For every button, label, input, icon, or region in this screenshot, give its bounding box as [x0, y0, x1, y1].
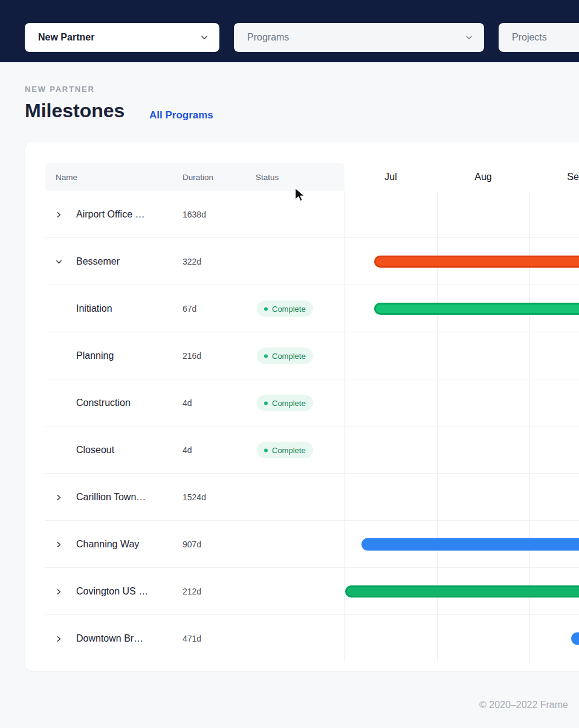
gantt-bar[interactable] — [345, 585, 579, 598]
table-row: Initiation67dComplete — [25, 285, 579, 332]
chevron-right-icon[interactable] — [53, 633, 65, 645]
status-badge: Complete — [257, 395, 313, 411]
row-name: Initiation — [76, 303, 112, 314]
row-duration: 67d — [183, 304, 196, 314]
row-name: Covington US … — [76, 586, 148, 597]
chevron-down-icon — [465, 33, 473, 42]
table-row: Carillion Town…1524d — [25, 474, 579, 521]
gantt-bar[interactable] — [361, 538, 579, 551]
row-duration: 1524d — [183, 492, 206, 502]
row-duration: 322d — [183, 257, 201, 266]
top-navigation-bar: New Partner Programs Projects — [0, 0, 579, 62]
status-dot-icon — [264, 354, 268, 358]
projects-dropdown-label: Projects — [512, 32, 547, 43]
page-title: Milestones — [25, 100, 125, 122]
row-name: Planning — [76, 350, 114, 361]
row-duration: 1638d — [183, 210, 206, 219]
table-row: Bessemer322d — [25, 238, 579, 285]
projects-dropdown[interactable]: Projects — [499, 23, 579, 52]
month-label: Jul — [384, 172, 396, 182]
gantt-bar[interactable] — [571, 633, 579, 645]
row-name: Construction — [76, 398, 131, 408]
row-duration: 4d — [183, 398, 192, 408]
month-label: Sep — [567, 172, 579, 182]
column-header-duration: Duration — [183, 173, 213, 182]
row-duration: 216d — [183, 351, 201, 361]
status-badge: Complete — [257, 301, 313, 317]
partner-dropdown[interactable]: New Partner — [25, 23, 219, 52]
row-name: Closeout — [76, 445, 114, 456]
table-row: Downtown Br…471d — [25, 615, 579, 662]
row-name: Downtown Br… — [76, 633, 143, 644]
programs-dropdown-label: Programs — [247, 32, 289, 43]
all-programs-link[interactable]: All Programs — [149, 109, 213, 121]
row-duration: 4d — [183, 445, 192, 455]
table-row: Closeout4dComplete — [25, 427, 579, 474]
programs-dropdown[interactable]: Programs — [234, 23, 484, 52]
chevron-right-icon[interactable] — [53, 208, 65, 221]
status-dot-icon — [264, 307, 268, 311]
row-name: Channing Way — [76, 539, 139, 550]
table-header: Name Duration Status JulAugSep — [25, 163, 579, 191]
table-body: Airport Office …1638dBessemer322dInitiat… — [25, 191, 579, 662]
milestones-card: Name Duration Status JulAugSep Airport O… — [25, 142, 579, 671]
chevron-right-icon[interactable] — [53, 585, 65, 598]
row-name: Carillion Town… — [76, 492, 146, 503]
row-duration: 907d — [183, 540, 201, 549]
row-duration: 212d — [183, 587, 201, 596]
partner-eyebrow: NEW PARTNER — [25, 85, 95, 94]
gantt-bar[interactable] — [374, 303, 579, 315]
row-name: Airport Office … — [76, 209, 145, 220]
column-header-status: Status — [256, 173, 279, 182]
month-label: Aug — [474, 172, 491, 182]
row-duration: 471d — [183, 634, 201, 643]
status-dot-icon — [264, 448, 268, 452]
chevron-down-icon — [200, 33, 209, 42]
gantt-bar[interactable] — [374, 256, 579, 268]
table-row: Planning216dComplete — [25, 332, 579, 379]
table-row: Construction4dComplete — [25, 379, 579, 427]
table-row: Channing Way907d — [25, 521, 579, 568]
status-badge: Complete — [257, 348, 313, 364]
status-badge: Complete — [257, 442, 313, 459]
table-row: Airport Office …1638d — [25, 191, 579, 238]
copyright-text: © 2020–2022 Frame — [479, 700, 568, 710]
partner-dropdown-label: New Partner — [38, 32, 94, 43]
row-name: Bessemer — [76, 256, 120, 267]
column-header-name: Name — [56, 173, 77, 182]
status-dot-icon — [264, 401, 268, 405]
chevron-down-icon[interactable] — [53, 256, 65, 268]
chevron-right-icon[interactable] — [53, 491, 65, 503]
chevron-right-icon[interactable] — [53, 538, 65, 550]
table-row: Covington US …212d — [25, 568, 579, 615]
